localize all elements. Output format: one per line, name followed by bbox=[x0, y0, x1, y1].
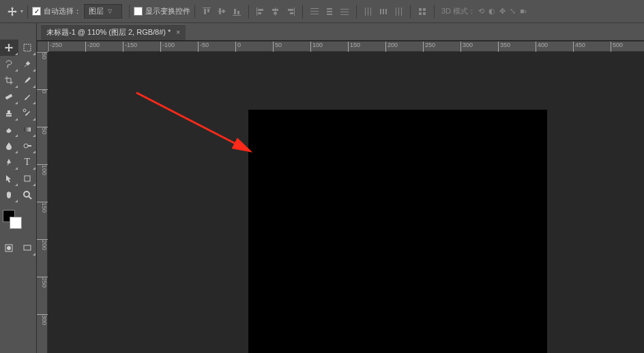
svg-rect-0 bbox=[203, 7, 211, 8]
document-tab[interactable]: 未标题-1 @ 110% (图层 2, RGB/8#) * × bbox=[41, 24, 186, 40]
svg-rect-23 bbox=[327, 14, 332, 15]
svg-rect-24 bbox=[340, 9, 349, 10]
svg-rect-4 bbox=[219, 8, 221, 14]
ruler-tick: -100 bbox=[160, 42, 175, 52]
svg-rect-5 bbox=[222, 10, 224, 13]
eyedropper-tool[interactable] bbox=[18, 72, 37, 89]
ruler-tick: 500 bbox=[611, 42, 623, 52]
auto-align-icon[interactable] bbox=[415, 4, 430, 19]
svg-rect-35 bbox=[401, 7, 402, 16]
canvas-area[interactable] bbox=[48, 52, 644, 353]
checkbox-icon bbox=[134, 7, 143, 16]
orbit-icon[interactable]: ⟲ bbox=[478, 7, 484, 16]
crop-tool[interactable] bbox=[0, 72, 18, 89]
ruler-tick: 250 bbox=[37, 277, 48, 288]
move-tool[interactable] bbox=[0, 40, 18, 56]
toolbox: mmmm T bbox=[0, 23, 37, 353]
svg-rect-32 bbox=[385, 9, 387, 14]
background-color[interactable] bbox=[10, 217, 22, 229]
distribute-vcenter-icon[interactable] bbox=[322, 4, 337, 19]
svg-rect-38 bbox=[419, 12, 422, 15]
marquee-tool[interactable] bbox=[18, 40, 37, 56]
align-bottom-icon[interactable] bbox=[229, 4, 244, 19]
path-select-tool[interactable] bbox=[0, 170, 18, 187]
history-brush-tool[interactable] bbox=[18, 105, 37, 121]
mode-3d-icons: ⟲ ◐ ✥ ⤡ ■‹ bbox=[478, 7, 527, 16]
svg-rect-39 bbox=[423, 12, 426, 15]
tab-bar: 未标题-1 @ 110% (图层 2, RGB/8#) * × bbox=[0, 23, 644, 41]
layer-dropdown[interactable]: 图层 ▽ bbox=[84, 4, 122, 18]
ruler-tick: 150 bbox=[37, 202, 48, 213]
annotation-arrow bbox=[130, 86, 266, 168]
ruler-tick: 300 bbox=[37, 314, 48, 325]
distribute-left-icon[interactable] bbox=[361, 4, 376, 19]
dodge-tool[interactable] bbox=[18, 138, 37, 154]
ruler-tick: 300 bbox=[460, 42, 473, 52]
ruler-corner bbox=[37, 41, 48, 52]
pan-icon[interactable]: ✥ bbox=[499, 7, 506, 16]
svg-point-47 bbox=[24, 191, 29, 197]
scale-icon[interactable]: ■‹ bbox=[520, 7, 527, 16]
shape-tool[interactable] bbox=[18, 170, 37, 187]
svg-rect-6 bbox=[233, 15, 241, 16]
distribute-hcenter-icon[interactable] bbox=[376, 4, 391, 19]
align-vcenter-icon[interactable] bbox=[214, 4, 229, 19]
roll-icon[interactable]: ◐ bbox=[488, 7, 495, 16]
svg-rect-45 bbox=[28, 145, 31, 147]
distribute-right-icon[interactable] bbox=[391, 4, 406, 19]
ruler-tick: -150 bbox=[123, 42, 137, 52]
svg-rect-46 bbox=[25, 176, 30, 181]
close-icon[interactable]: × bbox=[176, 29, 180, 36]
ruler-tick: 50 bbox=[273, 42, 282, 52]
zoom-tool[interactable] bbox=[18, 187, 37, 203]
align-left-icon[interactable] bbox=[253, 4, 268, 19]
ruler-tick: 250 bbox=[423, 42, 435, 52]
svg-line-48 bbox=[29, 196, 31, 199]
svg-rect-25 bbox=[340, 12, 349, 12]
svg-point-42 bbox=[23, 109, 26, 112]
svg-rect-51 bbox=[24, 245, 31, 250]
wand-tool[interactable] bbox=[18, 56, 37, 72]
distribute-bottom-icon[interactable] bbox=[337, 4, 352, 19]
document-canvas[interactable] bbox=[248, 110, 547, 353]
ruler-tick: 400 bbox=[536, 42, 548, 52]
move-tool-icon[interactable] bbox=[4, 3, 20, 20]
align-right-icon[interactable] bbox=[283, 4, 298, 19]
separator bbox=[302, 5, 303, 18]
type-tool[interactable]: T bbox=[18, 154, 37, 170]
svg-rect-21 bbox=[327, 8, 332, 10]
svg-rect-37 bbox=[423, 8, 426, 11]
svg-rect-28 bbox=[368, 7, 368, 16]
auto-select-checkbox[interactable]: 自动选择： bbox=[32, 6, 81, 16]
distribute-top-icon[interactable] bbox=[307, 4, 322, 19]
slide-icon[interactable]: ⤡ bbox=[510, 7, 516, 16]
separator bbox=[129, 5, 130, 18]
blur-tool[interactable] bbox=[0, 138, 18, 154]
svg-rect-18 bbox=[310, 8, 319, 9]
brush-tool[interactable] bbox=[18, 89, 37, 105]
svg-rect-31 bbox=[383, 9, 384, 14]
align-hcenter-icon[interactable] bbox=[268, 4, 283, 19]
heal-tool[interactable] bbox=[0, 89, 18, 105]
pen-tool[interactable] bbox=[0, 154, 18, 170]
svg-rect-41 bbox=[5, 94, 13, 99]
quickmask-toggle[interactable] bbox=[0, 240, 18, 256]
hand-tool[interactable] bbox=[0, 187, 18, 203]
ruler-vertical[interactable]: 50050100150200250300 bbox=[37, 52, 48, 353]
eraser-tool[interactable] bbox=[0, 121, 18, 138]
svg-rect-26 bbox=[340, 14, 349, 15]
svg-rect-16 bbox=[288, 9, 293, 11]
gradient-tool[interactable] bbox=[18, 121, 37, 138]
lasso-tool[interactable] bbox=[0, 56, 18, 72]
show-transform-checkbox[interactable]: 显示变换控件 bbox=[134, 6, 190, 16]
ruler-tick: 50 bbox=[37, 127, 48, 134]
stamp-tool[interactable] bbox=[0, 105, 18, 121]
svg-rect-36 bbox=[419, 8, 422, 11]
svg-rect-27 bbox=[365, 7, 366, 16]
auto-select-label: 自动选择： bbox=[44, 6, 81, 16]
color-swatches[interactable] bbox=[0, 210, 36, 237]
screenmode-toggle[interactable] bbox=[18, 240, 37, 256]
ruler-horizontal[interactable]: -250-200-150-100-50050100150200250300350… bbox=[48, 41, 644, 52]
align-top-icon[interactable] bbox=[199, 4, 214, 19]
svg-rect-20 bbox=[310, 14, 319, 14]
